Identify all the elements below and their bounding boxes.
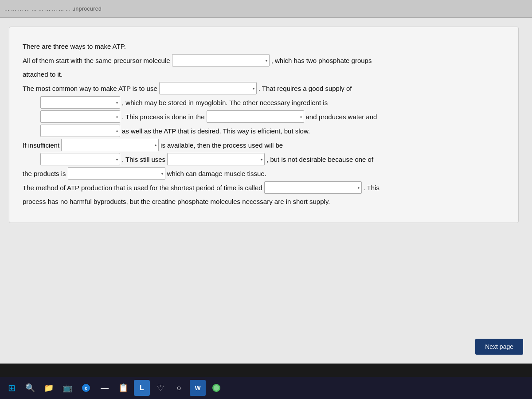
paragraph-6: glucose oxygen . This process is done in… [40, 110, 505, 123]
ingredient-dropdown[interactable]: glucose oxygen [40, 110, 120, 123]
heart-icon[interactable]: ♡ [153, 380, 168, 396]
line12-text: process has no harmful byproducts, but t… [23, 196, 330, 207]
line11-prefix: The method of ATP production that is use… [23, 182, 262, 194]
line10-suffix: which can damage muscle tissue. [167, 168, 266, 180]
co2-dropdown[interactable]: CO2 water [40, 125, 120, 137]
ingredient-dropdown-wrapper: glucose oxygen [40, 110, 120, 123]
shortest-time-dropdown[interactable]: creatine phosphate system ATP-PC system [264, 181, 362, 194]
browser-icon[interactable] [208, 380, 224, 396]
process-location-dropdown-wrapper: mitochondria cytoplasm [207, 110, 304, 123]
line6-text: . This process is done in the [122, 111, 205, 123]
paragraph-8: If insufficient oxygen glucose is availa… [23, 139, 505, 151]
top-bar-text: ... ... ... ... ... ... ... ... ... ... … [4, 6, 102, 12]
paragraph-2: All of them start with the same precurso… [23, 54, 505, 66]
taskbar: ⊞ 🔍 📁 📺 e — 📋 L ♡ ○ W [0, 377, 532, 399]
edge-icon[interactable]: e [78, 380, 94, 396]
common-way-dropdown[interactable]: oxygen aerobic respiration [159, 82, 257, 94]
word-icon[interactable]: W [190, 380, 206, 396]
oxygen-stored-dropdown[interactable]: oxygen glucose [40, 96, 120, 109]
insufficient-dropdown[interactable]: oxygen glucose [61, 139, 159, 151]
paragraph-7: CO2 water as well as the ATP that is des… [40, 125, 505, 137]
products-dropdown[interactable]: lactic acid CO2 [68, 167, 165, 180]
line8-prefix: If insufficient [23, 139, 59, 151]
precursor-dropdown-wrapper: ADP ATP AMP [172, 54, 270, 66]
line9-text: . This still uses [122, 153, 165, 165]
svg-text:e: e [85, 385, 87, 391]
line4-prefix: The most common way to make ATP is to us… [23, 82, 157, 94]
line8-suffix: is available, then the process used will… [160, 139, 283, 151]
oxygen-stored-dropdown-wrapper: oxygen glucose [40, 96, 120, 109]
media-icon[interactable]: 📺 [59, 380, 75, 396]
l-app-icon[interactable]: L [134, 380, 150, 396]
next-page-button[interactable]: Next page [475, 339, 523, 355]
indented-block-2: anaerobic lactic acid fermentation . Thi… [23, 153, 505, 165]
process-used-dropdown[interactable]: anaerobic lactic acid fermentation [40, 153, 120, 165]
insufficient-dropdown-wrapper: oxygen glucose [61, 139, 159, 151]
still-uses-dropdown[interactable]: glucose oxygen [167, 153, 265, 165]
paragraph-9: anaerobic lactic acid fermentation . Thi… [40, 153, 505, 165]
shortest-time-dropdown-wrapper: creatine phosphate system ATP-PC system [264, 181, 362, 194]
paragraph-5: oxygen glucose , which may be stored in … [40, 96, 505, 109]
line11-suffix: . This [364, 182, 379, 194]
paragraph-1: There are three ways to make ATP. [23, 40, 505, 52]
line4-suffix: . That requires a good supply of [258, 82, 352, 94]
line9-suffix2: , but is not desirable because one of [266, 153, 373, 165]
paragraph-11: The method of ATP production that is use… [23, 181, 505, 194]
line5-suffix: , which may be stored in myoglobin. The … [122, 97, 328, 109]
co2-dropdown-wrapper: CO2 water [40, 125, 120, 137]
circle-icon[interactable]: ○ [171, 380, 187, 396]
content-card: There are three ways to make ATP. All of… [9, 27, 519, 223]
process-location-dropdown[interactable]: mitochondria cytoplasm [207, 110, 304, 123]
svg-point-3 [214, 385, 219, 391]
still-uses-dropdown-wrapper: glucose oxygen [167, 153, 265, 165]
minimize-icon[interactable]: — [97, 380, 113, 396]
file-explorer-icon[interactable]: 📁 [41, 380, 57, 396]
line10-prefix: the products is [23, 168, 66, 180]
process-used-dropdown-wrapper: anaerobic lactic acid fermentation [40, 153, 120, 165]
products-dropdown-wrapper: lactic acid CO2 [68, 167, 165, 180]
line7-suffix: as well as the ATP that is desired. This… [122, 125, 310, 137]
line1-text: There are three ways to make ATP. [23, 40, 126, 52]
start-button[interactable]: ⊞ [4, 380, 20, 396]
paragraph-10: the products is lactic acid CO2 which ca… [23, 167, 505, 180]
indented-block: oxygen glucose , which may be stored in … [23, 96, 505, 137]
line2-suffix: , which has two phosphate groups [271, 55, 372, 66]
precursor-dropdown[interactable]: ADP ATP AMP [172, 54, 270, 66]
paragraph-12: process has no harmful byproducts, but t… [23, 196, 505, 207]
top-bar: ... ... ... ... ... ... ... ... ... ... … [0, 0, 532, 18]
paragraph-4: The most common way to make ATP is to us… [23, 82, 505, 94]
paragraph-3: attached to it. [23, 68, 505, 80]
line6-suffix2: and produces water and [306, 111, 377, 123]
common-way-dropdown-wrapper: oxygen aerobic respiration [159, 82, 257, 94]
line2-prefix: All of them start with the same precurso… [23, 55, 170, 66]
search-icon[interactable]: 🔍 [22, 380, 38, 396]
line3-text: attached to it. [23, 68, 63, 80]
notes-icon[interactable]: 📋 [115, 380, 131, 396]
main-area: There are three ways to make ATP. All of… [0, 18, 532, 364]
